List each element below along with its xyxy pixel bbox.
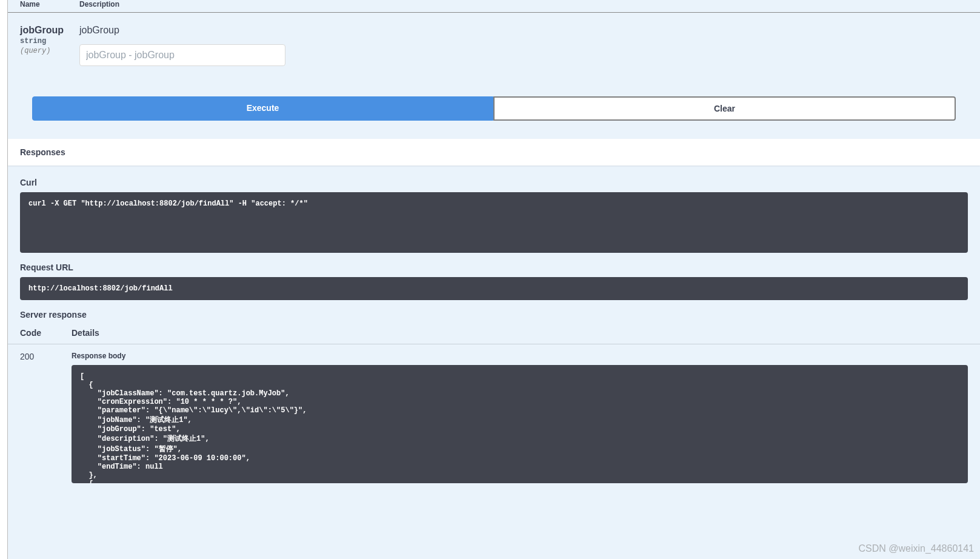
param-description: jobGroup — [79, 25, 968, 36]
param-location: (query) — [20, 47, 79, 55]
param-value-input[interactable] — [79, 44, 285, 66]
param-name-cell: jobGroup string (query) — [20, 25, 79, 66]
request-url-block[interactable]: http://localhost:8802/job/findAll — [20, 277, 968, 300]
response-body-block[interactable]: [ { "jobClassName": "com.test.quartz.job… — [72, 365, 968, 483]
action-buttons-row: Execute Clear — [8, 84, 980, 139]
responses-section-header: Responses — [8, 139, 980, 166]
curl-section: Curl curl -X GET "http://localhost:8802/… — [8, 166, 980, 300]
param-name: jobGroup — [20, 25, 79, 36]
execute-button[interactable]: Execute — [32, 96, 493, 121]
param-row: jobGroup string (query) jobGroup — [8, 19, 980, 84]
clear-button[interactable]: Clear — [493, 96, 956, 121]
swagger-panel: Name Description jobGroup string (query)… — [7, 0, 980, 559]
response-status-code: 200 — [20, 352, 72, 483]
response-body-label: Response body — [72, 352, 968, 360]
server-response-label: Server response — [8, 310, 980, 320]
request-url-label: Request URL — [20, 263, 968, 272]
responses-heading: Responses — [20, 147, 968, 157]
column-header-code: Code — [20, 328, 72, 338]
column-header-description: Description — [79, 0, 119, 12]
param-type: string — [20, 36, 79, 47]
response-details-cell: Response body [ { "jobClassName": "com.t… — [72, 352, 968, 483]
response-table-header: Code Details — [8, 328, 980, 344]
params-table-header: Name Description — [8, 0, 980, 13]
curl-command-block[interactable]: curl -X GET "http://localhost:8802/job/f… — [20, 192, 968, 253]
column-header-details: Details — [72, 328, 99, 338]
curl-label: Curl — [20, 178, 968, 187]
response-row: 200 Response body [ { "jobClassName": "c… — [8, 352, 980, 483]
column-header-name: Name — [20, 0, 79, 12]
param-description-cell: jobGroup — [79, 25, 968, 66]
